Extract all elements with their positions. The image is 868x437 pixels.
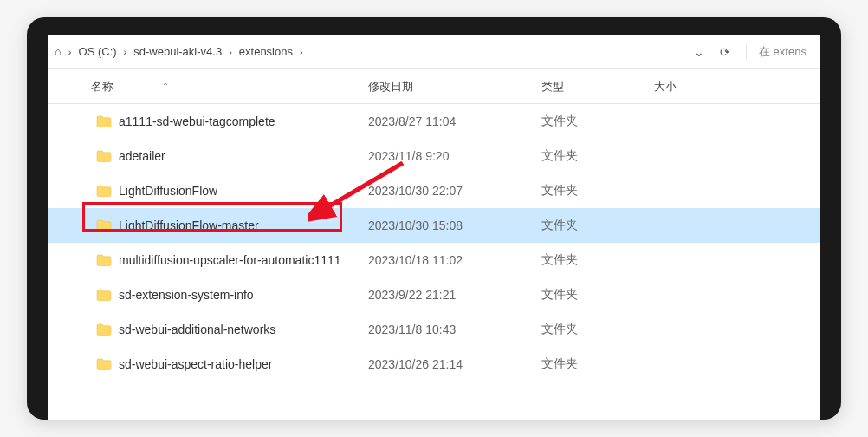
file-type: 文件夹 bbox=[541, 183, 654, 199]
file-type: 文件夹 bbox=[541, 252, 654, 268]
toolbar: ⌂ › OS (C:) › sd-webui-aki-v4.3 › extens… bbox=[48, 35, 820, 69]
sort-asc-icon: ⌃ bbox=[162, 82, 169, 91]
file-row[interactable]: sd-webui-aspect-ratio-helper2023/10/26 2… bbox=[48, 347, 820, 382]
file-row[interactable]: multidiffusion-upscaler-for-automatic111… bbox=[48, 243, 820, 277]
file-row[interactable]: LightDiffusionFlow-master2023/10/30 15:0… bbox=[48, 208, 820, 243]
file-name: a1111-sd-webui-tagcomplete bbox=[119, 114, 275, 128]
file-type: 文件夹 bbox=[541, 322, 654, 337]
file-name: sd-webui-aspect-ratio-helper bbox=[119, 357, 272, 371]
refresh-icon[interactable]: ⟳ bbox=[720, 45, 730, 59]
file-date: 2023/10/30 15:08 bbox=[368, 218, 541, 232]
history-dropdown-icon[interactable]: ⌄ bbox=[694, 45, 704, 59]
header-type[interactable]: 类型 bbox=[541, 79, 654, 95]
file-date: 2023/10/26 21:14 bbox=[368, 357, 541, 371]
column-headers: 名称 ⌃ 修改日期 类型 大小 bbox=[48, 69, 820, 104]
folder-icon bbox=[96, 115, 112, 127]
chevron-right-icon: › bbox=[225, 47, 236, 57]
file-type: 文件夹 bbox=[541, 148, 654, 164]
chevron-right-icon: › bbox=[296, 47, 307, 57]
explorer-window: ⌂ › OS (C:) › sd-webui-aki-v4.3 › extens… bbox=[48, 35, 820, 420]
breadcrumb-part[interactable]: sd-webui-aki-v4.3 bbox=[133, 45, 222, 58]
folder-icon bbox=[96, 254, 112, 266]
breadcrumb-part[interactable]: extensions bbox=[239, 45, 293, 58]
device-frame: ⌂ › OS (C:) › sd-webui-aki-v4.3 › extens… bbox=[27, 17, 841, 420]
file-list: a1111-sd-webui-tagcomplete2023/8/27 11:0… bbox=[48, 104, 820, 382]
header-name-label: 名称 bbox=[91, 79, 113, 95]
file-type: 文件夹 bbox=[541, 218, 654, 233]
file-date: 2023/8/27 11:04 bbox=[368, 114, 541, 128]
file-date: 2023/11/8 10:43 bbox=[368, 323, 541, 336]
file-name: sd-extension-system-info bbox=[119, 288, 254, 302]
folder-icon bbox=[96, 323, 112, 336]
file-row[interactable]: sd-webui-additional-networks2023/11/8 10… bbox=[48, 312, 820, 347]
file-type: 文件夹 bbox=[541, 287, 654, 303]
header-date[interactable]: 修改日期 bbox=[368, 79, 541, 95]
file-row[interactable]: a1111-sd-webui-tagcomplete2023/8/27 11:0… bbox=[48, 104, 820, 139]
file-type: 文件夹 bbox=[541, 114, 654, 129]
breadcrumb-part[interactable]: OS (C:) bbox=[79, 45, 117, 58]
toolbar-actions: ⌄ ⟳ 在 extens bbox=[694, 44, 813, 60]
header-size[interactable]: 大小 bbox=[654, 79, 723, 95]
breadcrumb-root[interactable]: ⌂ bbox=[55, 45, 62, 58]
folder-icon bbox=[96, 219, 112, 232]
file-date: 2023/9/22 21:21 bbox=[368, 288, 541, 302]
file-row[interactable]: adetailer2023/11/8 9:20文件夹 bbox=[48, 139, 820, 173]
file-type: 文件夹 bbox=[541, 356, 654, 372]
file-name: sd-webui-additional-networks bbox=[119, 323, 275, 336]
search-input[interactable]: 在 extens bbox=[746, 44, 806, 60]
folder-icon bbox=[96, 289, 112, 301]
file-date: 2023/10/30 22:07 bbox=[368, 184, 541, 198]
chevron-right-icon: › bbox=[120, 47, 131, 57]
folder-icon bbox=[96, 185, 112, 197]
chevron-right-icon: › bbox=[65, 47, 75, 57]
folder-icon bbox=[96, 358, 112, 370]
file-date: 2023/11/8 9:20 bbox=[368, 149, 541, 163]
file-name: LightDiffusionFlow-master bbox=[119, 218, 259, 232]
breadcrumb[interactable]: ⌂ › OS (C:) › sd-webui-aki-v4.3 › extens… bbox=[55, 45, 694, 58]
file-name: LightDiffusionFlow bbox=[119, 184, 217, 198]
folder-icon bbox=[96, 150, 112, 162]
file-row[interactable]: sd-extension-system-info2023/9/22 21:21文… bbox=[48, 277, 820, 312]
header-name[interactable]: 名称 ⌃ bbox=[48, 79, 368, 95]
file-name: adetailer bbox=[119, 149, 165, 163]
file-row[interactable]: LightDiffusionFlow2023/10/30 22:07文件夹 bbox=[48, 173, 820, 208]
file-date: 2023/10/18 11:02 bbox=[368, 253, 541, 267]
file-name: multidiffusion-upscaler-for-automatic111… bbox=[119, 253, 341, 267]
